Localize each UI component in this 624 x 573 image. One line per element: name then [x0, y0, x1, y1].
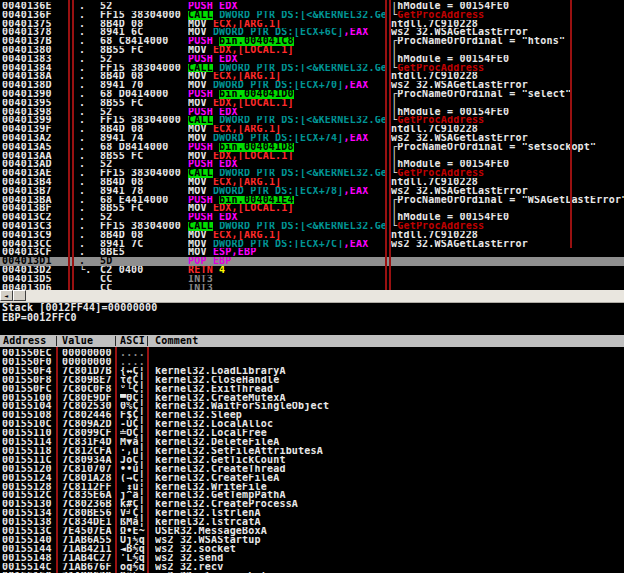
dump-row[interactable]: 001551047C8025300%Ç¦kernel32.WaitForSing…: [0, 402, 624, 411]
disasm-row[interactable]: 004013A2.8941 74MOV DWORD PTR DS:[ECX+74…: [0, 134, 624, 143]
dump-row[interactable]: 0015514871AB4C27'L½qws2_32.send: [0, 554, 624, 563]
instruction-text: MOV EDX,[LOCAL.1]: [188, 46, 385, 55]
opcode-bytes: 8B55 FC: [100, 46, 186, 55]
disasm-row[interactable]: 0040137B.68 C8414000PUSH bin.004041C8┌Pr…: [0, 37, 624, 46]
instruction-address: 004013B4: [2, 178, 56, 187]
disasm-row[interactable]: 004013CC.8941 7CMOV DWORD PTR DS:[ECX+7C…: [0, 240, 624, 249]
disasm-row[interactable]: 004013A5.68 D8414000PUSH bin.004041D8┌Pr…: [0, 143, 624, 152]
dump-row[interactable]: 0015514C71AB676Fog½qws2_32.recv: [0, 563, 624, 572]
disasm-row[interactable]: 004013D5CCINT3: [0, 275, 624, 284]
dump-ascii: JôÇ¦: [120, 456, 146, 465]
opcode-bytes: 68 C8414000: [100, 37, 186, 46]
dump-row[interactable]: 001551107C8099CF╧ÖÇ¦kernel32.LocalFree: [0, 429, 624, 438]
disasm-row[interactable]: 00401395.8B55 FCMOV EDX,[LOCAL.1]│: [0, 99, 624, 108]
dump-row[interactable]: 0015514071AB6A55Uj½qws2_32.WSAStartup: [0, 536, 624, 545]
dump-row[interactable]: 0015511C7C80934AJôÇ¦kernel32.GetTickCoun…: [0, 456, 624, 465]
disasm-row[interactable]: 004013CF.8BE5MOV ESP,EBP: [0, 248, 624, 257]
instruction-comment: ntdll.7C910228: [391, 231, 624, 240]
disasm-row[interactable]: 00401378.8941 6CMOV DWORD PTR DS:[ECX+6C…: [0, 28, 624, 37]
disasm-row[interactable]: 00401398.52PUSH EDX│hModule = 00154FE0: [0, 108, 624, 117]
disasm-row[interactable]: 004013D2└.C2 0400RETN 4: [0, 266, 624, 275]
dump-address: 001550F8: [2, 376, 55, 385]
dump-row[interactable]: 001550F47C801D7B{↔Ç¦kernel32.LoadLibrary…: [0, 367, 624, 376]
scrollbar-thumb[interactable]: [13, 290, 26, 301]
disasm-row[interactable]: 004013BF.8B55 FCMOV EDX,[LOCAL.1]│: [0, 204, 624, 213]
dump-row[interactable]: 001551307C80236Bk#Ç¦kernel32.CreateProce…: [0, 500, 624, 509]
dump-row[interactable]: 001551347C80BE56V╛Ç¦kernel32.lstrlenA: [0, 509, 624, 518]
dump-comment: kernel32.WriteFile: [155, 483, 624, 492]
dump-ascii: M▼â¦: [120, 438, 146, 447]
opcode-bytes: FF15 38304000: [100, 11, 186, 20]
disasm-row[interactable]: 004013C2.52PUSH EDX│hModule = 00154FE0: [0, 213, 624, 222]
dump-row[interactable]: 0015512C7C835E6Aj^â¦kernel32.GetTempPath…: [0, 491, 624, 500]
dump-comment: kernel32.ExitThread: [155, 385, 624, 394]
disasm-row[interactable]: 004013BA.68 E4414000PUSH bin.004041E4┌Pr…: [0, 196, 624, 205]
dump-value: 7C812CFA: [62, 447, 114, 456]
disasm-row[interactable]: 0040139F.8B4D 08MOV ECX,[ARG.1]ntdll.7C9…: [0, 125, 624, 134]
instruction-comment: │: [391, 99, 624, 108]
dump-value: 7C80C0F8: [62, 385, 114, 394]
dump-row[interactable]: 001550FC7C80C0F8°└Ç¦kernel32.ExitThread: [0, 385, 624, 394]
instruction-comment: ws2_32.WSAGetLastError: [391, 28, 624, 37]
dump-row[interactable]: 001551387C834DE1ßMâ¦kernel32.lstrcatA: [0, 518, 624, 527]
dump-value: 7C802530: [62, 402, 114, 411]
dump-row[interactable]: 001551187C812CFA·,ü¦kernel32.SetFileAttr…: [0, 447, 624, 456]
dump-row[interactable]: 001551207C810707••ü¦kernel32.CreateThrea…: [0, 465, 624, 474]
dump-row[interactable]: 0015513C7E4507EAΩ•E~USER32.MessageBoxA: [0, 527, 624, 536]
disasm-row-selected[interactable]: 004013D1.5DPOP EBP: [0, 257, 624, 266]
disasm-row[interactable]: 004013C3.FF15 38304000CALL DWORD PTR DS:…: [0, 222, 624, 231]
opcode-bytes: 8941 7C: [100, 240, 186, 249]
disasm-row[interactable]: 004013AA.8B55 FCMOV EDX,[LOCAL.1]│: [0, 152, 624, 161]
instruction-address: 0040136F: [2, 11, 56, 20]
disasm-row[interactable]: 0040138A.8B4D 08MOV ECX,[ARG.1]ntdll.7C9…: [0, 72, 624, 81]
analysis-dot: .: [79, 99, 95, 108]
disasm-row[interactable]: 004013B4.8B4D 08MOV ECX,[ARG.1]ntdll.7C9…: [0, 178, 624, 187]
dump-row[interactable]: 001551287C8112FF ↕ü¦kernel32.WriteFile: [0, 483, 624, 492]
opcode-bytes: 8B55 FC: [100, 152, 186, 161]
scroll-left-button[interactable]: ◄: [0, 290, 13, 301]
opcode-bytes: FF15 38304000: [100, 169, 186, 178]
opcode-bytes: 68 E4414000: [100, 196, 186, 205]
dump-ascii: ....: [120, 349, 146, 358]
disasm-row[interactable]: 004013AD.52PUSH EDX│hModule = 00154FE0: [0, 160, 624, 169]
disasm-row[interactable]: 004013B7.8941 78MOV DWORD PTR DS:[ECX+78…: [0, 187, 624, 196]
disasm-row[interactable]: 0040136E.52PUSH EDX│hModule = 00154FE0: [0, 2, 624, 11]
dump-row[interactable]: 001550EC00000000....: [0, 349, 624, 358]
disasm-row[interactable]: 0040136F.FF15 38304000CALL DWORD PTR DS:…: [0, 11, 624, 20]
disasm-row[interactable]: 00401380.8B55 FCMOV EDX,[LOCAL.1]│: [0, 46, 624, 55]
disasm-row[interactable]: 00401384.FF15 38304000CALL DWORD PTR DS:…: [0, 64, 624, 73]
opcode-bytes: 8941 74: [100, 134, 186, 143]
analysis-dot: └.: [79, 266, 95, 275]
instruction-comment: ┌ProcNameOrOrdinal = "htons": [391, 37, 624, 46]
dump-address: 00155128: [2, 483, 55, 492]
disassembly-pane[interactable]: 0040136E.52PUSH EDX│hModule = 00154FE000…: [0, 0, 624, 290]
dump-row[interactable]: 001550F87C809BE7τ¢Ç¦kernel32.CloseHandle: [0, 376, 624, 385]
dump-row[interactable]: 001550F000000000....: [0, 358, 624, 367]
instruction-comment: │hModule = 00154FE0: [391, 55, 624, 64]
dump-row[interactable]: 0015514471AB4211◄B½qws2_32.socket: [0, 545, 624, 554]
disasm-row[interactable]: 00401399.FF15 38304000CALL DWORD PTR DS:…: [0, 116, 624, 125]
instruction-text: MOV ECX,[ARG.1]: [188, 20, 385, 29]
disasm-row[interactable]: 00401390.68 D0414000PUSH bin.004041D0┌Pr…: [0, 90, 624, 99]
dump-ascii: 0%Ç¦: [120, 402, 146, 411]
dump-row[interactable]: 001551007C80E9DF▀ΘÇ¦kernel32.CreateMutex…: [0, 394, 624, 403]
disasm-row[interactable]: 00401375.8B4D 08MOV ECX,[ARG.1]ntdll.7C9…: [0, 20, 624, 29]
dump-row[interactable]: 0015510C7C809A2D-ÜÇ¦kernel32.LocalAlloc: [0, 420, 624, 429]
dump-row[interactable]: 001551087C802446F$Ç¦kernel32.Sleep: [0, 411, 624, 420]
dump-pane[interactable]: 001550EC00000000....001550F000000000....…: [0, 347, 624, 573]
disasm-row[interactable]: 0040138D.8941 70MOV DWORD PTR DS:[ECX+70…: [0, 81, 624, 90]
analysis-dot: [79, 275, 95, 284]
opcode-bytes: 52: [100, 160, 186, 169]
instruction-text: POP EBP: [188, 257, 385, 266]
disasm-row[interactable]: 00401383.52PUSH EDX│hModule = 00154FE0: [0, 55, 624, 64]
horizontal-scrollbar[interactable]: ◄: [0, 290, 624, 303]
dump-row[interactable]: 001551147C831F4DM▼â¦kernel32.DeleteFileA: [0, 438, 624, 447]
instruction-address: 00401378: [2, 28, 56, 37]
instruction-text: MOV ECX,[ARG.1]: [188, 231, 385, 240]
dump-comment: kernel32.CreateThread: [155, 465, 624, 474]
dump-row[interactable]: 001551247C801A28(→Ç¦kernel32.CreateFileA: [0, 474, 624, 483]
dump-address: 00155104: [2, 402, 55, 411]
instruction-text: PUSH EDX: [188, 108, 385, 117]
disasm-row[interactable]: 004013C9.8B4D 08MOV ECX,[ARG.1]ntdll.7C9…: [0, 231, 624, 240]
disasm-row[interactable]: 004013AE.FF15 38304000CALL DWORD PTR DS:…: [0, 169, 624, 178]
